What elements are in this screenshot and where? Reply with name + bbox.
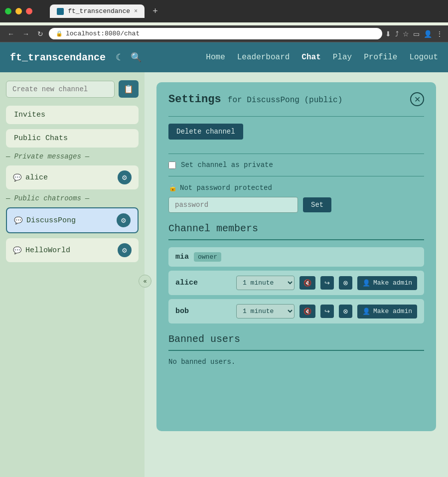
delete-channel-btn[interactable]: Delete channel bbox=[168, 124, 243, 140]
settings-header: Settings for DiscussPong (public) ✕ bbox=[168, 92, 424, 106]
set-password-btn[interactable]: Set bbox=[303, 197, 331, 212]
alice-ban-icon: ⊗ bbox=[343, 279, 348, 287]
browser-action-area: ⬇ ⤴ ☆ ▭ 👤 ⋮ bbox=[385, 30, 443, 38]
sidebar: 📋 Invites Public Chats Private messages … bbox=[0, 72, 145, 477]
no-banned-text: No banned users. bbox=[168, 358, 424, 366]
main-nav: Home Leaderboard Chat Play Profile Logou… bbox=[206, 53, 438, 62]
nav-logout[interactable]: Logout bbox=[409, 53, 438, 62]
create-channel-button[interactable]: 📋 bbox=[119, 80, 139, 98]
minimize-btn[interactable] bbox=[15, 8, 22, 14]
discusspong-settings-icon: ⚙ bbox=[121, 217, 127, 224]
member-row-alice: alice 1 minute 5 minutes 10 minutes 1 ho… bbox=[168, 271, 424, 295]
nav-links: Home Leaderboard Chat Play Profile Logou… bbox=[206, 53, 438, 62]
password-input[interactable] bbox=[168, 197, 298, 213]
bob-ban-btn[interactable]: ⊗ bbox=[339, 305, 352, 318]
new-tab-button[interactable]: + bbox=[149, 4, 162, 18]
alice-duration-select[interactable]: 1 minute 5 minutes 10 minutes 1 hour bbox=[236, 276, 295, 290]
bob-admin-label: Make admin bbox=[373, 308, 412, 315]
alice-settings-btn[interactable]: ⚙ bbox=[118, 170, 132, 184]
nav-home-link[interactable]: Home bbox=[206, 53, 225, 62]
nav-logout-link[interactable]: Logout bbox=[409, 53, 438, 62]
lock-icon: 🔒 bbox=[56, 30, 63, 37]
alice-chat-icon: 💬 bbox=[13, 173, 21, 182]
sidebar-item-alice[interactable]: 💬 alice ⚙ bbox=[6, 165, 139, 189]
bob-kick-btn[interactable]: ↪ bbox=[320, 305, 334, 318]
browser-tab[interactable]: ft_transcendance × bbox=[50, 4, 145, 18]
sidebar-collapse-btn[interactable]: « bbox=[139, 275, 151, 288]
discusspong-left: 💬 DiscussPong bbox=[14, 216, 76, 225]
alice-kick-icon: ↪ bbox=[324, 279, 330, 287]
nav-home[interactable]: Home bbox=[206, 53, 225, 62]
public-section-label: Public chatrooms bbox=[14, 194, 81, 202]
settings-divider bbox=[168, 116, 424, 117]
public-chats-label: Public Chats bbox=[14, 134, 68, 143]
maximize-btn[interactable] bbox=[5, 8, 11, 14]
create-channel-input[interactable] bbox=[6, 81, 115, 98]
nav-leaderboard[interactable]: Leaderboard bbox=[237, 53, 290, 62]
lock-status-icon: 🔒 bbox=[168, 183, 177, 192]
alice-chat-left: 💬 alice bbox=[13, 173, 48, 182]
nav-profile[interactable]: Profile bbox=[364, 53, 397, 62]
settings-panel: Settings for DiscussPong (public) ✕ Dele… bbox=[145, 72, 448, 477]
owner-member-row: mia owner bbox=[168, 247, 424, 267]
alice-member-name: alice bbox=[175, 279, 198, 287]
nav-profile-link[interactable]: Profile bbox=[364, 53, 397, 62]
close-settings-btn[interactable]: ✕ bbox=[410, 92, 424, 106]
nav-leaderboard-link[interactable]: Leaderboard bbox=[237, 53, 290, 62]
settings-subtitle: for DiscussPong (public) bbox=[228, 96, 342, 105]
sidebar-item-public-chats[interactable]: Public Chats bbox=[6, 129, 139, 148]
tab-title: ft_transcendance bbox=[68, 7, 130, 15]
sidebar-item-discusspong[interactable]: 💬 DiscussPong ⚙ bbox=[6, 207, 139, 233]
download-btn[interactable]: ⬇ bbox=[385, 30, 391, 38]
alice-ban-btn[interactable]: ⊗ bbox=[339, 276, 352, 290]
bookmark-btn[interactable]: ☆ bbox=[403, 30, 409, 38]
menu-btn[interactable]: ⋮ bbox=[436, 30, 443, 38]
settings-card: Settings for DiscussPong (public) ✕ Dele… bbox=[156, 82, 436, 431]
bob-kick-icon: ↪ bbox=[324, 308, 330, 315]
public-chatrooms-divider: Public chatrooms bbox=[6, 194, 139, 202]
helloworld-name: HelloWorld bbox=[25, 246, 70, 255]
set-private-checkbox[interactable] bbox=[168, 161, 176, 169]
helloworld-settings-btn[interactable]: ⚙ bbox=[118, 243, 132, 257]
dark-mode-btn[interactable]: ☾ bbox=[116, 52, 124, 63]
sidebar-item-invites[interactable]: Invites bbox=[6, 106, 139, 124]
close-btn[interactable] bbox=[26, 8, 32, 14]
alice-mute-btn[interactable]: 🔇 bbox=[299, 276, 315, 290]
nav-back-btn[interactable]: ← bbox=[5, 29, 17, 39]
nav-play[interactable]: Play bbox=[333, 53, 352, 62]
bob-ban-icon: ⊗ bbox=[343, 308, 348, 315]
owner-name: mia bbox=[175, 253, 189, 261]
share-btn[interactable]: ⤴ bbox=[395, 30, 399, 38]
bob-duration-select[interactable]: 1 minute 5 minutes 10 minutes 1 hour bbox=[236, 304, 295, 318]
sidebar-item-helloworld[interactable]: 💬 HelloWorld ⚙ bbox=[6, 238, 139, 262]
bob-mute-btn[interactable]: 🔇 bbox=[299, 305, 315, 318]
set-private-label: Set channel as private bbox=[181, 161, 273, 169]
address-bar[interactable]: 🔒 localhost:8080/chat bbox=[49, 28, 382, 39]
discusspong-name: DiscussPong bbox=[26, 216, 76, 225]
nav-chat[interactable]: Chat bbox=[301, 53, 320, 62]
bob-make-admin-btn[interactable]: 👤 Make admin bbox=[357, 305, 417, 318]
browser-chrome: ft_transcendance × + bbox=[0, 0, 448, 22]
invites-label: Invites bbox=[14, 111, 45, 119]
nav-refresh-btn[interactable]: ↻ bbox=[35, 29, 46, 39]
helloworld-settings-icon: ⚙ bbox=[122, 247, 128, 254]
alice-mute-icon: 🔇 bbox=[303, 279, 311, 287]
discusspong-icon: 💬 bbox=[14, 216, 22, 225]
alice-settings-icon: ⚙ bbox=[122, 174, 128, 181]
member-row-bob: bob 1 minute 5 minutes 10 minutes 1 hour… bbox=[168, 299, 424, 323]
private-section-label: Private messages bbox=[14, 153, 81, 160]
account-btn[interactable]: 👤 bbox=[424, 30, 432, 38]
tab-close-btn[interactable]: × bbox=[134, 8, 138, 15]
nav-chat-link[interactable]: Chat bbox=[301, 53, 320, 62]
alice-make-admin-btn[interactable]: 👤 Make admin bbox=[357, 276, 417, 290]
banned-divider bbox=[168, 350, 424, 351]
create-channel-row: 📋 bbox=[6, 80, 139, 98]
reader-btn[interactable]: ▭ bbox=[413, 30, 420, 38]
alice-kick-btn[interactable]: ↪ bbox=[320, 276, 334, 290]
search-btn[interactable]: 🔍 bbox=[131, 52, 142, 63]
owner-badge: owner bbox=[194, 252, 221, 262]
nav-forward-btn[interactable]: → bbox=[20, 29, 32, 39]
settings-divider-2 bbox=[168, 154, 424, 154]
nav-play-link[interactable]: Play bbox=[333, 53, 352, 62]
discusspong-settings-btn[interactable]: ⚙ bbox=[117, 213, 131, 227]
